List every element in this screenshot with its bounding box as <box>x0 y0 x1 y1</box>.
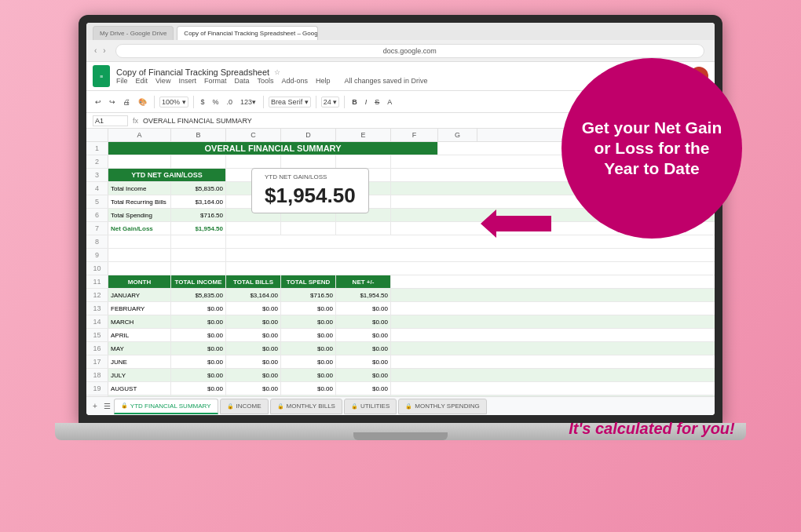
empty-cell[interactable] <box>108 155 171 168</box>
spend-cell[interactable]: $0.00 <box>281 302 336 315</box>
tab-monthly-bills[interactable]: 🔒 MONTHLY BILLS <box>270 399 342 414</box>
tab-ytd-financial[interactable]: 🔒 YTD FINANCIAL SUMMARY <box>114 399 218 414</box>
col-income[interactable]: TOTAL INCOME <box>171 275 226 288</box>
spending-value-cell[interactable]: $716.50 <box>171 209 226 221</box>
forward-button[interactable]: › <box>103 46 105 55</box>
empty-cell[interactable] <box>108 249 171 261</box>
font-select[interactable]: Brea Serif ▾ <box>269 97 311 107</box>
main-title-cell[interactable]: OVERALL FINANCIAL SUMMARY <box>108 142 438 155</box>
bills-cell[interactable]: $0.00 <box>226 302 281 315</box>
col-header-e[interactable]: E <box>336 129 391 141</box>
net-cell[interactable]: $0.00 <box>336 369 391 381</box>
empty-cell[interactable] <box>171 155 226 168</box>
month-cell[interactable]: MAY <box>108 342 171 355</box>
ytd-header-cell[interactable]: YTD NET GAIN/LOSS <box>108 169 226 181</box>
decimal2-btn[interactable]: 123▾ <box>238 97 258 107</box>
income-cell[interactable]: $0.00 <box>171 382 226 395</box>
col-spend[interactable]: TOTAL SPEND <box>281 275 336 288</box>
spend-cell[interactable]: $716.50 <box>281 289 336 301</box>
empty-cell[interactable] <box>226 155 281 168</box>
menu-tools[interactable]: Tools <box>257 77 273 85</box>
income-cell[interactable]: $5,835.00 <box>171 289 226 301</box>
month-cell[interactable]: JANUARY <box>108 289 171 301</box>
sheet-list-btn[interactable]: ☰ <box>102 402 112 410</box>
month-cell[interactable]: APRIL <box>108 329 171 341</box>
browser-tab-drive[interactable]: My Drive - Google Drive <box>93 26 174 40</box>
print-btn[interactable]: 🖨 <box>121 97 133 107</box>
tab-monthly-spending[interactable]: 🔒 MONTHLY SPENDING <box>398 399 486 414</box>
col-net[interactable]: NET +/- <box>336 275 391 288</box>
col-header-d[interactable]: D <box>281 129 336 141</box>
currency-btn[interactable]: $ <box>199 97 207 107</box>
col-header-f[interactable]: F <box>391 129 438 141</box>
undo-btn[interactable]: ↩ <box>93 97 104 107</box>
empty-cell[interactable] <box>226 222 281 235</box>
bills-value-cell[interactable]: $3,164.00 <box>171 195 226 208</box>
empty-cell[interactable] <box>171 235 226 248</box>
empty-cell[interactable] <box>171 262 226 275</box>
spend-cell[interactable]: $0.00 <box>281 329 336 341</box>
spend-cell[interactable]: $0.00 <box>281 342 336 355</box>
decimal-btn[interactable]: .0 <box>225 97 236 107</box>
bold-btn[interactable]: B <box>349 97 360 107</box>
net-cell[interactable]: $0.00 <box>336 382 391 395</box>
income-label-cell[interactable]: Total Income <box>108 182 171 195</box>
percent-btn[interactable]: % <box>210 97 221 107</box>
menu-edit[interactable]: Edit <box>136 77 148 85</box>
month-cell[interactable]: AUGUST <box>108 382 171 395</box>
spend-cell[interactable]: $0.00 <box>281 382 336 395</box>
net-cell[interactable]: $0.00 <box>336 355 391 368</box>
net-cell[interactable]: $0.00 <box>336 342 391 355</box>
month-cell[interactable]: JULY <box>108 369 171 381</box>
net-cell[interactable]: $0.00 <box>336 315 391 328</box>
spend-cell[interactable]: $0.00 <box>281 355 336 368</box>
income-cell[interactable]: $0.00 <box>171 355 226 368</box>
menu-help[interactable]: Help <box>316 77 331 85</box>
netgain-value-cell[interactable]: $1,954.50 <box>171 222 226 235</box>
income-cell[interactable]: $0.00 <box>171 369 226 381</box>
bills-cell[interactable]: $0.00 <box>226 369 281 381</box>
net-cell[interactable]: $0.00 <box>336 302 391 315</box>
paint-btn[interactable]: 🎨 <box>136 97 149 107</box>
bills-label-cell[interactable]: Total Recurring Bills <box>108 195 171 208</box>
menu-addons[interactable]: Add-ons <box>281 77 308 85</box>
col-month[interactable]: MONTH <box>108 275 171 288</box>
tab-income[interactable]: 🔒 INCOME <box>220 399 269 414</box>
month-cell[interactable]: FEBRUARY <box>108 302 171 315</box>
cell-reference[interactable] <box>93 115 128 126</box>
menu-format[interactable]: Format <box>204 77 227 85</box>
more-text-btn[interactable]: A <box>385 97 394 107</box>
menu-view[interactable]: View <box>155 77 170 85</box>
bills-cell[interactable]: $3,164.00 <box>226 289 281 301</box>
col-bills[interactable]: TOTAL BILLS <box>226 275 281 288</box>
income-value-cell[interactable]: $5,835.00 <box>171 182 226 195</box>
net-cell[interactable]: $1,954.50 <box>336 289 391 301</box>
income-cell[interactable]: $0.00 <box>171 329 226 341</box>
col-header-a[interactable]: A <box>108 129 171 141</box>
empty-cell[interactable] <box>336 155 391 168</box>
spend-cell[interactable]: $0.00 <box>281 315 336 328</box>
col-header-b[interactable]: B <box>171 129 226 141</box>
back-button[interactable]: ‹ <box>94 46 97 55</box>
netgain-label-cell[interactable]: Net Gain/Loss <box>108 222 171 235</box>
redo-btn[interactable]: ↪ <box>107 97 118 107</box>
col-header-c[interactable]: C <box>226 129 281 141</box>
size-select[interactable]: 24 ▾ <box>321 97 340 107</box>
menu-insert[interactable]: Insert <box>178 77 196 85</box>
bills-cell[interactable]: $0.00 <box>226 382 281 395</box>
menu-data[interactable]: Data <box>234 77 249 85</box>
add-sheet-btn[interactable]: + <box>90 402 101 410</box>
empty-cell[interactable] <box>336 222 391 235</box>
bills-cell[interactable]: $0.00 <box>226 342 281 355</box>
bills-cell[interactable]: $0.00 <box>226 329 281 341</box>
empty-cell[interactable] <box>281 222 336 235</box>
menu-file[interactable]: File <box>116 77 128 85</box>
income-cell[interactable]: $0.00 <box>171 342 226 355</box>
empty-cell[interactable] <box>108 235 171 248</box>
month-cell[interactable]: MARCH <box>108 315 171 328</box>
month-cell[interactable]: JUNE <box>108 355 171 368</box>
empty-cell[interactable] <box>171 249 226 261</box>
spend-cell[interactable]: $0.00 <box>281 369 336 381</box>
bills-cell[interactable]: $0.00 <box>226 315 281 328</box>
empty-cell[interactable] <box>281 155 336 168</box>
